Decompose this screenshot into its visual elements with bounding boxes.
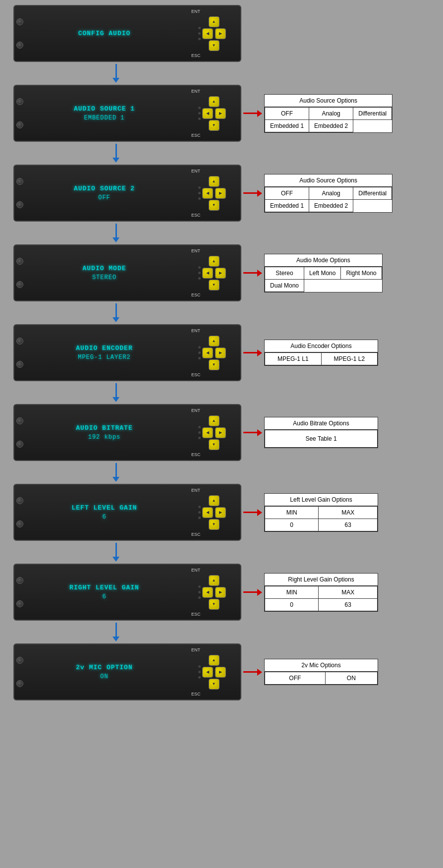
arrow-head bbox=[112, 158, 119, 163]
device-left-side bbox=[14, 325, 25, 380]
dpad-button-up[interactable]: ▲ bbox=[209, 176, 220, 187]
device-panel-config-audio: CONFIG AUDIOENT▲◀▶▼ESC bbox=[13, 5, 241, 62]
table-row: OFFAnalogDifferential bbox=[265, 107, 392, 119]
device-panel-audio-source-2: AUDIO SOURCE 2OFFENT▲◀▶▼ESC bbox=[13, 165, 241, 222]
device-panel-audio-mode: AUDIO MODESTEREOENT▲◀▶▼ESC bbox=[13, 244, 241, 301]
dpad-button-up[interactable]: ▲ bbox=[209, 415, 220, 426]
indicator-dot bbox=[198, 591, 201, 593]
device-left-side bbox=[14, 644, 25, 699]
dpad-button-up[interactable]: ▲ bbox=[209, 256, 220, 267]
dpad-button-right[interactable]: ▶ bbox=[215, 28, 226, 39]
device-right-controls: ENT▲◀▶▼ESC bbox=[183, 245, 240, 300]
arrow-head-right bbox=[257, 429, 262, 436]
dpad-button-down[interactable]: ▼ bbox=[209, 280, 220, 290]
screw-icon bbox=[16, 521, 23, 527]
dpad-button-up[interactable]: ▲ bbox=[209, 336, 220, 347]
dpad-button-left[interactable]: ◀ bbox=[202, 587, 213, 598]
table-row: OFFAnalogDifferential bbox=[265, 187, 392, 199]
table-cell bbox=[341, 279, 382, 291]
device-top-label: AUDIO SOURCE 1 bbox=[74, 105, 135, 113]
dpad-button-left[interactable]: ◀ bbox=[202, 268, 213, 279]
button-group: ▲◀▶▼ bbox=[198, 493, 226, 532]
dpad-button-down[interactable]: ▼ bbox=[209, 439, 220, 450]
dpad-button-right[interactable]: ▶ bbox=[215, 587, 226, 598]
dpad-button-right[interactable]: ▶ bbox=[215, 507, 226, 518]
table-cell: Embedded 2 bbox=[309, 119, 353, 132]
dpad-button-right[interactable]: ▶ bbox=[215, 427, 226, 438]
options-table: StereoLeft MonoRight MonoDual Mono bbox=[265, 267, 382, 292]
dpad-button-up[interactable]: ▲ bbox=[209, 575, 220, 586]
device-right-controls: ENT▲◀▶▼ESC bbox=[183, 6, 240, 61]
indicator-dot bbox=[198, 32, 201, 35]
dpad-button-left[interactable]: ◀ bbox=[202, 427, 213, 438]
dpad-button-up[interactable]: ▲ bbox=[209, 96, 220, 107]
dpad-button-left[interactable]: ◀ bbox=[202, 667, 213, 678]
options-table-container: Left Level Gain OptionsMINMAX063 bbox=[264, 493, 378, 532]
dpad-button-right[interactable]: ▶ bbox=[215, 347, 226, 358]
device-left-side bbox=[14, 485, 25, 540]
dpad-button-left[interactable]: ◀ bbox=[202, 108, 213, 119]
indicator-dot bbox=[198, 346, 201, 348]
dpad-button-down[interactable]: ▼ bbox=[209, 200, 220, 211]
dpad-button-up[interactable]: ▲ bbox=[209, 655, 220, 666]
dpad-button-right[interactable]: ▶ bbox=[215, 667, 226, 678]
arrow-head bbox=[112, 637, 119, 641]
button-group: ▲◀▶▼ bbox=[198, 413, 226, 452]
arrow-head-right bbox=[257, 509, 262, 516]
dpad-button-left[interactable]: ◀ bbox=[202, 507, 213, 518]
dpad-button-up[interactable]: ▲ bbox=[209, 495, 220, 506]
dpad-button-down[interactable]: ▼ bbox=[209, 599, 220, 610]
table-cell: Right Mono bbox=[341, 267, 382, 279]
dpad-button-right[interactable]: ▶ bbox=[215, 108, 226, 119]
options-table-header: 2v Mic Options bbox=[265, 659, 378, 672]
table-cell: MPEG-1 L2 bbox=[321, 353, 378, 365]
dpad-wrapper: ▲◀▶▼ bbox=[198, 176, 226, 211]
dpad-button-left[interactable]: ◀ bbox=[202, 28, 213, 39]
table-row: Dual Mono bbox=[265, 279, 382, 291]
dpad-button-right[interactable]: ▶ bbox=[215, 188, 226, 199]
button-group: ▲◀▶▼ bbox=[198, 652, 226, 692]
button-group: ▲◀▶▼ bbox=[198, 253, 226, 292]
arrow-down-container bbox=[13, 303, 241, 322]
dpad-button-right[interactable]: ▶ bbox=[215, 268, 226, 279]
options-table-header: Left Level Gain Options bbox=[265, 494, 378, 506]
dpad-button-down[interactable]: ▼ bbox=[209, 359, 220, 370]
device-row-audio-source-1: AUDIO SOURCE 1EMBEDDED 1ENT▲◀▶▼ESCAudio … bbox=[13, 85, 435, 142]
table-cell: Embedded 1 bbox=[265, 199, 309, 212]
options-table-outer: Audio Encoder OptionsMPEG-1 L1MPEG-1 L2 bbox=[264, 340, 378, 366]
arrow-head bbox=[112, 237, 119, 242]
options-table: MINMAX063 bbox=[265, 506, 378, 531]
screw-icon bbox=[16, 201, 23, 208]
dpad-container: ▲◀▶▼ bbox=[202, 176, 226, 211]
device-left-side bbox=[14, 245, 25, 300]
esc-label: ESC bbox=[191, 133, 201, 138]
device-screen: AUDIO ENCODERMPEG-1 LAYER2 bbox=[25, 341, 183, 365]
dpad-button-down[interactable]: ▼ bbox=[209, 40, 220, 51]
options-table-header: Right Level Gain Options bbox=[265, 574, 378, 586]
dpad-button-down[interactable]: ▼ bbox=[209, 120, 220, 131]
dpad-button-left[interactable]: ◀ bbox=[202, 188, 213, 199]
device-top-label: 2v MIC OPTION bbox=[76, 664, 132, 671]
dpad-button-down[interactable]: ▼ bbox=[209, 679, 220, 690]
dpad-button-down[interactable]: ▼ bbox=[209, 519, 220, 530]
dpad-button-up[interactable]: ▲ bbox=[209, 16, 220, 27]
arrow-line-vertical bbox=[115, 303, 117, 317]
arrow-line-horizontal bbox=[243, 432, 257, 433]
ent-label: ENT bbox=[191, 408, 200, 413]
screw-icon bbox=[16, 417, 23, 424]
options-table-container: Audio Encoder OptionsMPEG-1 L1MPEG-1 L2 bbox=[264, 340, 378, 366]
arrow-down bbox=[112, 463, 119, 482]
device-top-label: CONFIG AUDIO bbox=[78, 30, 131, 37]
screw-icon bbox=[16, 98, 23, 105]
dots-column bbox=[198, 426, 201, 439]
arrow-down-container bbox=[13, 383, 241, 402]
dpad-top-row: ▲ bbox=[209, 96, 220, 107]
dpad-middle-row: ◀▶ bbox=[202, 188, 226, 199]
dpad-button-left[interactable]: ◀ bbox=[202, 347, 213, 358]
device-right-controls: ENT▲◀▶▼ESC bbox=[183, 405, 240, 460]
options-table-header: Audio Bitrate Options bbox=[265, 417, 378, 430]
device-row-audio-bitrate: AUDIO BITRATE192 kbpsENT▲◀▶▼ESCAudio Bit… bbox=[13, 404, 435, 461]
options-table: OFFON bbox=[265, 672, 378, 685]
table-cell: MAX bbox=[319, 506, 378, 519]
dpad-wrapper: ▲◀▶▼ bbox=[198, 336, 226, 370]
